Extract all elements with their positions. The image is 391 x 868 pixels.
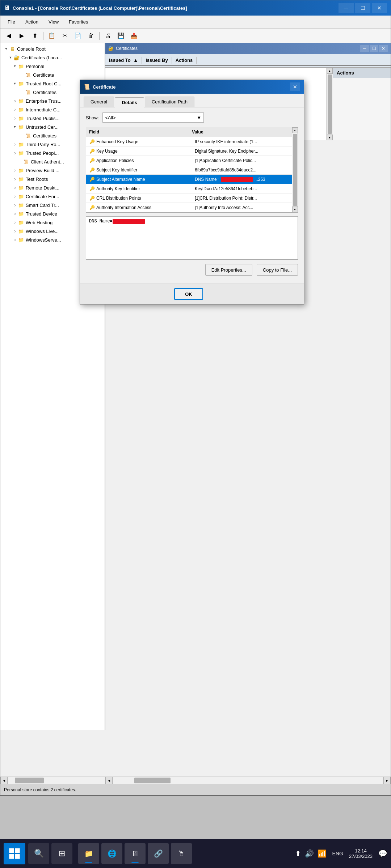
notification-icon[interactable]: 💬 <box>378 849 387 858</box>
taskbar-app-network[interactable]: 🔗 <box>148 843 169 864</box>
svg-rect-3 <box>15 854 20 859</box>
search-icon: 🔍 <box>34 849 44 858</box>
table-scroll-thumb[interactable] <box>293 134 297 206</box>
table-row[interactable]: 🔑 Authority Information Access [1]Author… <box>86 203 298 212</box>
col-field-header: Field <box>86 129 189 135</box>
dialog-close-button[interactable]: ✕ <box>290 82 300 91</box>
row5-icon: 🔑 <box>89 176 95 182</box>
remote-icon: 🖱 <box>178 850 185 858</box>
row8-icon: 🔑 <box>89 205 95 210</box>
edit-properties-button[interactable]: Edit Properties... <box>205 264 252 276</box>
ok-button[interactable]: OK <box>174 288 203 300</box>
table-row[interactable]: 🔑 Key Usage Digital Signature, Key Encip… <box>86 146 298 156</box>
field-cell: 🔑 Subject Key Identifier <box>86 166 192 174</box>
table-row[interactable]: 🔑 Enhanced Key Usage IP security IKE int… <box>86 137 298 146</box>
table-scroll-down[interactable]: ▼ <box>292 207 298 212</box>
field-cell: 🔑 Authority Information Access <box>86 204 192 212</box>
row2-icon: 🔑 <box>89 148 95 154</box>
search-button[interactable]: 🔍 <box>28 843 49 864</box>
copy-to-file-button[interactable]: Copy to File... <box>257 264 298 276</box>
speaker-icon: 🔊 <box>305 849 314 858</box>
network-icon: 🔗 <box>154 849 163 858</box>
taskbar-right: ⬆ 🔊 📶 ENG 12:14 27/03/2023 💬 <box>295 848 387 859</box>
browser-icon: 🌐 <box>108 849 117 858</box>
field-cell-selected: 🔑 Subject Alternative Name <box>86 175 192 183</box>
value-cell: [1]Authority Info Access: Acc... <box>192 204 298 211</box>
value-cell: [1]CRL Distribution Point: Distr... <box>192 195 298 202</box>
dialog-tabs: General Details Certification Path <box>80 94 304 107</box>
row1-icon: 🔑 <box>89 139 95 145</box>
table-row[interactable]: 🔑 Application Policies [1]Application Ce… <box>86 156 298 165</box>
dialog-overlay: 📜 Certificate ✕ General Details Certific… <box>0 0 391 868</box>
task-view-icon: ⊞ <box>59 849 65 858</box>
field-cell: 🔑 Authority Key Identifier <box>86 185 192 193</box>
field-cell: 🔑 CRL Distribution Points <box>86 194 192 202</box>
svg-rect-1 <box>15 848 20 853</box>
table-scroll-up[interactable]: ▲ <box>292 127 298 133</box>
row7-icon: 🔑 <box>89 195 95 201</box>
console-icon: 🖥 <box>131 850 139 858</box>
tab-details[interactable]: Details <box>115 97 144 107</box>
tab-certification-path[interactable]: Certification Path <box>145 97 194 107</box>
taskbar: 🔍 ⊞ 📁 🌐 🖥 🔗 🖱 ⬆ 🔊 📶 ENG 12:14 27/03/202 <box>0 839 391 868</box>
value-cell: IP security IKE intermediate (1... <box>192 138 298 145</box>
col-value-header: Value <box>189 129 292 135</box>
value-cell: KeyID=cd7a12e58641fcbebeb... <box>192 185 298 192</box>
value-cell-selected: DNS Name= ██████████ ...253 <box>192 176 298 183</box>
show-value: <All> <box>105 115 116 120</box>
clock-date: 27/03/2023 <box>349 854 373 859</box>
field-value-table: Field Value 🔑 Enhanced Key Usage IP secu… <box>86 127 298 213</box>
explorer-icon: 📁 <box>84 849 93 858</box>
task-view-button[interactable]: ⊞ <box>51 843 72 864</box>
table-row[interactable]: 🔑 Subject Key Identifier 6fb69a7bcc9dfaf… <box>86 165 298 175</box>
detail-dns-prefix: DNS Name= <box>89 219 113 224</box>
taskbar-apps: 📁 🌐 🖥 🔗 🖱 <box>78 843 192 864</box>
table-row-selected[interactable]: 🔑 Subject Alternative Name DNS Name= ███… <box>86 175 298 184</box>
fv-header: Field Value <box>86 127 298 137</box>
taskbar-app-explorer[interactable]: 📁 <box>78 843 99 864</box>
start-button[interactable] <box>4 843 25 864</box>
field-cell: 🔑 Application Policies <box>86 157 192 165</box>
value-cell: Digital Signature, Key Encipher... <box>192 148 298 155</box>
dialog-title: Certificate <box>93 84 290 90</box>
table-row[interactable]: 🔑 Authority Key Identifier KeyID=cd7a12e… <box>86 184 298 193</box>
language-indicator: ENG <box>332 851 343 856</box>
show-dropdown-arrow: ▼ <box>197 115 201 120</box>
detail-redacted: ████████████ <box>113 219 145 224</box>
windows-logo <box>9 848 20 859</box>
dialog-title-icon: 📜 <box>84 84 90 90</box>
value-cell: [1]Application Certificate Polic... <box>192 157 298 164</box>
row6-icon: 🔑 <box>89 186 95 192</box>
taskbar-app-browser[interactable]: 🌐 <box>101 843 122 864</box>
tab-general[interactable]: General <box>84 97 114 107</box>
table-scrollbar[interactable]: ▲ ▼ <box>292 127 298 212</box>
row3-icon: 🔑 <box>89 158 95 163</box>
dialog-action-buttons: Edit Properties... Copy to File... <box>86 264 298 276</box>
show-select[interactable]: <All> ▼ <box>102 112 204 123</box>
clock[interactable]: 12:14 27/03/2023 <box>349 848 373 859</box>
system-tray-icons: ⬆ 🔊 📶 <box>295 849 327 858</box>
svg-rect-0 <box>9 848 14 853</box>
show-label: Show: <box>86 115 99 120</box>
dialog-titlebar: 📜 Certificate ✕ <box>80 80 304 94</box>
clock-time: 12:14 <box>349 848 373 854</box>
row4-icon: 🔑 <box>89 167 95 173</box>
svg-rect-2 <box>9 854 14 859</box>
taskbar-app-console[interactable]: 🖥 <box>125 843 146 864</box>
field-cell: 🔑 Enhanced Key Usage <box>86 138 192 146</box>
dialog-content: Show: <All> ▼ Field Value 🔑 Enhanced <box>80 107 304 284</box>
tray-icon1: ⬆ <box>295 849 301 858</box>
certificate-dialog: 📜 Certificate ✕ General Details Certific… <box>80 80 304 305</box>
show-row: Show: <All> ▼ <box>86 112 298 123</box>
network-tray-icon: 📶 <box>318 849 327 858</box>
value-cell: 6fb69a7bcc9dfafd85c34dacc2... <box>192 166 298 174</box>
table-row[interactable]: 🔑 CRL Distribution Points [1]CRL Distrib… <box>86 193 298 203</box>
dialog-ok-row: OK <box>80 284 304 304</box>
redacted-value: ██████████ <box>221 177 253 182</box>
detail-area[interactable]: DNS Name=████████████ <box>86 216 298 260</box>
taskbar-app-remote[interactable]: 🖱 <box>171 843 192 864</box>
field-cell: 🔑 Key Usage <box>86 147 192 155</box>
